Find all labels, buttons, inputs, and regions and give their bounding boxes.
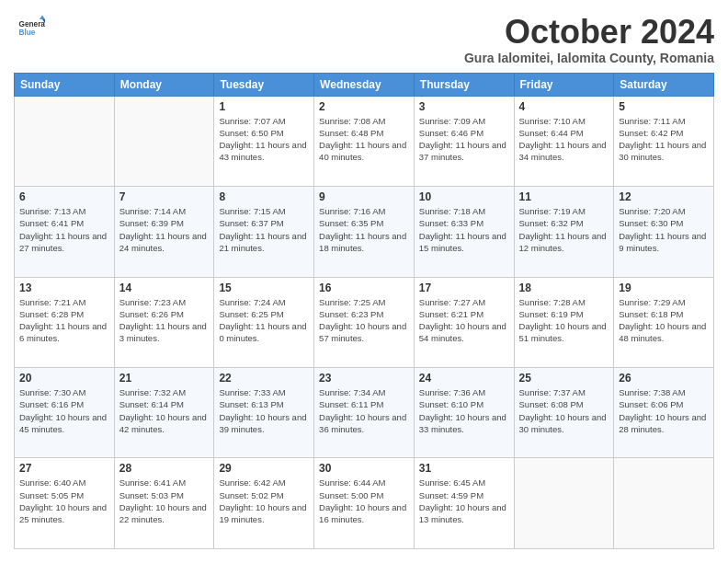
calendar-week-row: 1Sunrise: 7:07 AMSunset: 6:50 PMDaylight… [15, 96, 714, 186]
day-info: Sunrise: 7:34 AMSunset: 6:11 PMDaylight:… [319, 386, 409, 435]
calendar-cell: 24Sunrise: 7:36 AMSunset: 6:10 PMDayligh… [414, 368, 514, 458]
day-info: Sunrise: 6:40 AMSunset: 5:05 PMDaylight:… [19, 477, 109, 525]
day-info: Sunrise: 7:25 AMSunset: 6:23 PMDaylight:… [319, 296, 409, 345]
calendar-cell: 9Sunrise: 7:16 AMSunset: 6:35 PMDaylight… [314, 187, 415, 277]
day-info: Sunrise: 7:16 AMSunset: 6:35 PMDaylight:… [319, 205, 409, 254]
calendar-table: Sunday Monday Tuesday Wednesday Thursday… [14, 73, 714, 549]
calendar-cell: 4Sunrise: 7:10 AMSunset: 6:44 PMDaylight… [514, 96, 614, 186]
day-number: 4 [519, 100, 609, 113]
calendar-cell: 6Sunrise: 7:13 AMSunset: 6:41 PMDaylight… [15, 187, 115, 277]
day-info: Sunrise: 7:08 AMSunset: 6:48 PMDaylight:… [319, 115, 409, 164]
calendar-cell: 3Sunrise: 7:09 AMSunset: 6:46 PMDaylight… [414, 96, 514, 186]
day-info: Sunrise: 7:38 AMSunset: 6:06 PMDaylight:… [619, 386, 709, 435]
calendar-cell [114, 96, 214, 186]
day-number: 26 [619, 372, 709, 385]
calendar-cell: 18Sunrise: 7:28 AMSunset: 6:19 PMDayligh… [514, 277, 614, 367]
day-number: 16 [319, 282, 409, 294]
calendar-cell: 15Sunrise: 7:24 AMSunset: 6:25 PMDayligh… [214, 277, 314, 367]
calendar-header-row: Sunday Monday Tuesday Wednesday Thursday… [15, 73, 714, 96]
calendar-cell: 31Sunrise: 6:45 AMSunset: 4:59 PMDayligh… [414, 458, 514, 549]
day-info: Sunrise: 7:30 AMSunset: 6:16 PMDaylight:… [19, 386, 109, 435]
calendar-cell: 13Sunrise: 7:21 AMSunset: 6:28 PMDayligh… [15, 277, 115, 367]
day-number: 3 [419, 100, 509, 113]
calendar-cell: 23Sunrise: 7:34 AMSunset: 6:11 PMDayligh… [314, 368, 415, 458]
day-number: 2 [319, 100, 409, 113]
day-number: 9 [319, 190, 409, 203]
day-number: 28 [119, 462, 210, 475]
calendar-cell: 29Sunrise: 6:42 AMSunset: 5:02 PMDayligh… [214, 458, 314, 549]
day-info: Sunrise: 7:21 AMSunset: 6:28 PMDaylight:… [19, 296, 109, 345]
col-thursday: Thursday [414, 73, 514, 96]
day-info: Sunrise: 7:15 AMSunset: 6:37 PMDaylight:… [219, 205, 309, 254]
day-number: 14 [119, 282, 210, 294]
day-number: 10 [419, 190, 509, 203]
day-number: 1 [219, 100, 309, 113]
day-info: Sunrise: 7:10 AMSunset: 6:44 PMDaylight:… [519, 115, 609, 164]
day-number: 8 [219, 190, 309, 203]
day-info: Sunrise: 6:45 AMSunset: 4:59 PMDaylight:… [419, 477, 509, 525]
svg-text:Blue: Blue [19, 29, 36, 37]
day-info: Sunrise: 6:44 AMSunset: 5:00 PMDaylight:… [319, 477, 409, 525]
day-number: 31 [419, 462, 509, 475]
calendar-cell: 28Sunrise: 6:41 AMSunset: 5:03 PMDayligh… [114, 458, 214, 549]
day-number: 5 [619, 100, 709, 113]
logo: General Blue [14, 14, 45, 41]
col-wednesday: Wednesday [314, 73, 415, 96]
calendar-cell [15, 96, 115, 186]
day-info: Sunrise: 7:37 AMSunset: 6:08 PMDaylight:… [519, 386, 609, 435]
day-info: Sunrise: 7:07 AMSunset: 6:50 PMDaylight:… [219, 115, 309, 164]
calendar-cell: 2Sunrise: 7:08 AMSunset: 6:48 PMDaylight… [314, 96, 415, 186]
calendar-cell: 10Sunrise: 7:18 AMSunset: 6:33 PMDayligh… [414, 187, 514, 277]
day-info: Sunrise: 7:33 AMSunset: 6:13 PMDaylight:… [219, 386, 309, 435]
svg-marker-2 [40, 16, 45, 20]
day-info: Sunrise: 7:20 AMSunset: 6:30 PMDaylight:… [619, 205, 709, 254]
page: General Blue October 2024 Gura Ialomitei… [0, 0, 728, 563]
calendar-cell: 8Sunrise: 7:15 AMSunset: 6:37 PMDaylight… [214, 187, 314, 277]
day-number: 27 [19, 462, 109, 475]
day-number: 15 [219, 282, 309, 294]
day-number: 23 [319, 372, 409, 385]
calendar-cell: 7Sunrise: 7:14 AMSunset: 6:39 PMDaylight… [114, 187, 214, 277]
logo-icon: General Blue [17, 14, 45, 41]
calendar-week-row: 20Sunrise: 7:30 AMSunset: 6:16 PMDayligh… [15, 368, 714, 458]
calendar-cell: 12Sunrise: 7:20 AMSunset: 6:30 PMDayligh… [614, 187, 714, 277]
col-sunday: Sunday [15, 73, 115, 96]
day-number: 18 [519, 282, 609, 294]
day-number: 19 [619, 282, 709, 294]
day-number: 6 [19, 190, 109, 203]
day-number: 25 [519, 372, 609, 385]
day-info: Sunrise: 6:41 AMSunset: 5:03 PMDaylight:… [119, 477, 210, 525]
calendar-cell: 19Sunrise: 7:29 AMSunset: 6:18 PMDayligh… [614, 277, 714, 367]
calendar-cell: 21Sunrise: 7:32 AMSunset: 6:14 PMDayligh… [114, 368, 214, 458]
day-info: Sunrise: 7:19 AMSunset: 6:32 PMDaylight:… [519, 205, 609, 254]
svg-text:General: General [19, 20, 46, 29]
calendar-cell: 14Sunrise: 7:23 AMSunset: 6:26 PMDayligh… [114, 277, 214, 367]
day-number: 7 [119, 190, 210, 203]
day-info: Sunrise: 7:32 AMSunset: 6:14 PMDaylight:… [119, 386, 210, 435]
col-friday: Friday [514, 73, 614, 96]
day-info: Sunrise: 7:14 AMSunset: 6:39 PMDaylight:… [119, 205, 210, 254]
calendar-cell: 30Sunrise: 6:44 AMSunset: 5:00 PMDayligh… [314, 458, 415, 549]
day-number: 13 [19, 282, 109, 294]
calendar-cell [614, 458, 714, 549]
calendar-cell: 16Sunrise: 7:25 AMSunset: 6:23 PMDayligh… [314, 277, 415, 367]
subtitle: Gura Ialomitei, Ialomita County, Romania [464, 51, 714, 65]
day-info: Sunrise: 7:18 AMSunset: 6:33 PMDaylight:… [419, 205, 509, 254]
day-info: Sunrise: 7:36 AMSunset: 6:10 PMDaylight:… [419, 386, 509, 435]
day-info: Sunrise: 7:27 AMSunset: 6:21 PMDaylight:… [419, 296, 509, 345]
calendar-week-row: 6Sunrise: 7:13 AMSunset: 6:41 PMDaylight… [15, 187, 714, 277]
day-info: Sunrise: 7:28 AMSunset: 6:19 PMDaylight:… [519, 296, 609, 345]
main-title: October 2024 [464, 14, 714, 51]
day-info: Sunrise: 7:29 AMSunset: 6:18 PMDaylight:… [619, 296, 709, 345]
day-number: 22 [219, 372, 309, 385]
calendar-cell: 20Sunrise: 7:30 AMSunset: 6:16 PMDayligh… [15, 368, 115, 458]
day-number: 20 [19, 372, 109, 385]
col-saturday: Saturday [614, 73, 714, 96]
day-info: Sunrise: 7:09 AMSunset: 6:46 PMDaylight:… [419, 115, 509, 164]
calendar-cell: 11Sunrise: 7:19 AMSunset: 6:32 PMDayligh… [514, 187, 614, 277]
header: General Blue October 2024 Gura Ialomitei… [14, 14, 714, 65]
calendar-cell [514, 458, 614, 549]
calendar-week-row: 13Sunrise: 7:21 AMSunset: 6:28 PMDayligh… [15, 277, 714, 367]
day-number: 12 [619, 190, 709, 203]
day-info: Sunrise: 7:13 AMSunset: 6:41 PMDaylight:… [19, 205, 109, 254]
